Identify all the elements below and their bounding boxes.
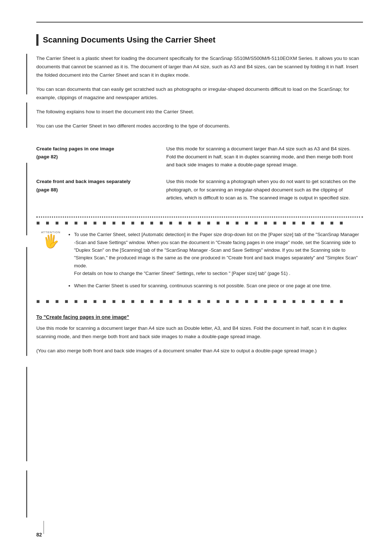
mode-1-desc: Use this mode for scanning a document la… — [160, 141, 363, 174]
attention-content: To use the Carrier Sheet, select [Automa… — [68, 231, 360, 294]
intro-paragraph-1: The Carrier Sheet is a plastic sheet for… — [36, 54, 363, 80]
attention-section: ■ ■ ■ ■ ■ ■ ■ ■ ■ ■ ■ ■ ■ ■ ■ ■ ■ ■ ■ ■ … — [36, 216, 363, 307]
page: Scanning Documents Using the Carrier She… — [0, 0, 392, 555]
attention-box: ATTENTION 🖐 To use the Carrier Sheet, se… — [36, 226, 363, 298]
mode-2-label: Create front and back images separately … — [36, 173, 160, 206]
mode-row-2: Create front and back images separately … — [36, 173, 363, 206]
top-rule — [36, 22, 363, 23]
page-number-line — [44, 521, 44, 534]
section-title: Scanning Documents Using the Carrier She… — [43, 35, 216, 45]
attention-bullets: To use the Carrier Sheet, select [Automa… — [68, 231, 360, 289]
modes-intro: You can use the Carrier Sheet in two dif… — [36, 122, 363, 130]
dots-row-top: ■ ■ ■ ■ ■ ■ ■ ■ ■ ■ ■ ■ ■ ■ ■ ■ ■ ■ ■ ■ … — [36, 218, 363, 226]
left-accent-6 — [26, 470, 27, 518]
mode-row-1: Create facing pages in one image (page 8… — [36, 141, 363, 174]
left-accent-1 — [26, 54, 27, 94]
subsection: To "Create facing pages in one image" Us… — [36, 314, 363, 355]
dots-row-bottom: ■ ■ ■ ■ ■ ■ ■ ■ ■ ■ ■ ■ ■ ■ ■ ■ ■ ■ ■ ■ … — [36, 298, 363, 307]
left-accent-3 — [26, 163, 27, 235]
mode-2-desc: Use this mode for scanning a photograph … — [160, 173, 363, 206]
intro-paragraph-2: You can scan documents that can easily g… — [36, 85, 363, 102]
attention-bullet-2: When the Carrier Sheet is used for scann… — [74, 282, 360, 289]
attention-icon-block: ATTENTION 🖐 — [39, 231, 62, 248]
attention-bullet-1: To use the Carrier Sheet, select [Automa… — [74, 231, 360, 278]
mode-1-label: Create facing pages in one image (page 8… — [36, 141, 160, 174]
left-accent-4 — [26, 247, 27, 356]
subsection-title: To "Create facing pages in one image" — [36, 314, 363, 320]
modes-table: Create facing pages in one image (page 8… — [36, 141, 363, 207]
left-accent-2 — [26, 102, 27, 128]
section-title-block: Scanning Documents Using the Carrier She… — [36, 34, 363, 46]
title-bar-icon — [36, 34, 38, 46]
attention-hand-icon: 🖐 — [43, 235, 59, 248]
subsection-para-1: Use this mode for scanning a document la… — [36, 324, 363, 341]
subsection-para-2: (You can also merge both front and back … — [36, 347, 363, 355]
how-to-text: The following explains how to insert the… — [36, 108, 363, 116]
page-number: 82 — [36, 532, 42, 538]
left-accent-5 — [26, 367, 27, 461]
